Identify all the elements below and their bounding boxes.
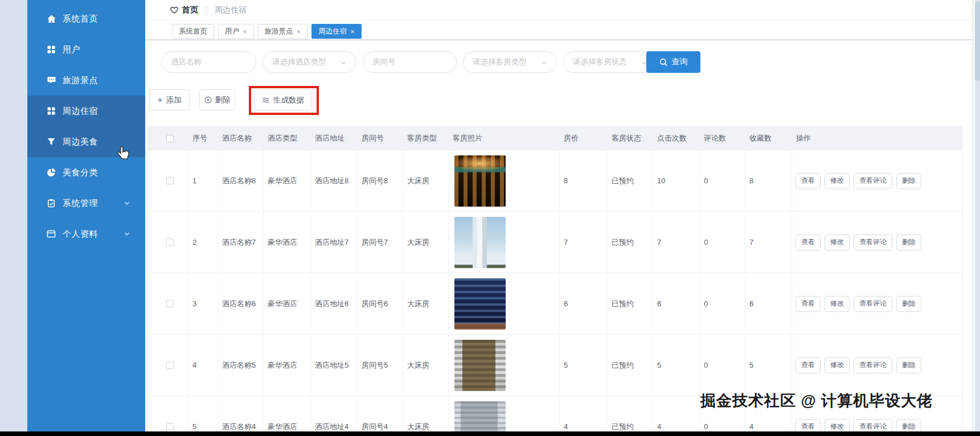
- generate-data-button[interactable]: 生成数据: [255, 89, 311, 110]
- cell-photo: [449, 335, 560, 396]
- header-cell-操作: 操作: [792, 127, 963, 150]
- row-action-查看[interactable]: 查看: [796, 357, 821, 373]
- chevron-down-icon: [123, 230, 131, 238]
- heart-icon: [170, 6, 179, 14]
- row-action-删除[interactable]: 删除: [896, 357, 921, 373]
- tab-label: 系统首页: [179, 27, 207, 36]
- cell-type: 豪华酒店: [264, 273, 311, 334]
- delete-button-label: 删除: [215, 95, 231, 105]
- table-row: 3酒店名称6豪华酒店酒店地址6房间号6大床房6已预约606查看修改查看评论删除: [148, 273, 962, 335]
- row-action-查看[interactable]: 查看: [796, 296, 821, 312]
- row-action-查看[interactable]: 查看: [796, 173, 821, 189]
- cell-status: 已预约: [608, 150, 653, 211]
- vertical-scrollbar[interactable]: [975, 0, 980, 436]
- tab-周边住宿[interactable]: 周边住宿×: [311, 24, 362, 39]
- placeholder-text: 请选择客房类型: [473, 57, 527, 67]
- sidebar-item-label: 周边美食: [63, 137, 98, 147]
- tab-label: 周边住宿: [318, 27, 347, 36]
- sidebar-item-个人资料[interactable]: 个人资料: [27, 219, 145, 249]
- cell-photo: [449, 212, 560, 273]
- filter-input-房间号[interactable]: 房间号: [363, 51, 457, 73]
- grid-icon: [47, 45, 56, 55]
- cell-comments: 0: [700, 273, 745, 334]
- row-action-修改[interactable]: 修改: [825, 357, 850, 373]
- cell-type: 豪华酒店: [264, 212, 311, 273]
- header-cell-客房照片: 客房照片: [449, 127, 560, 150]
- row-action-删除[interactable]: 删除: [896, 235, 921, 250]
- filter-select-请选择客房状态[interactable]: 请选择客房状态: [563, 51, 657, 73]
- sidebar-item-周边住宿[interactable]: 周边住宿: [27, 96, 145, 126]
- header-cell-酒店地址: 酒店地址: [311, 127, 358, 150]
- sidebar-item-系统首页[interactable]: 系统首页: [27, 3, 145, 34]
- row-action-删除[interactable]: 删除: [896, 173, 921, 189]
- sidebar-item-用户[interactable]: 用户: [27, 34, 145, 65]
- delete-button[interactable]: 删除: [199, 89, 235, 110]
- row-action-查看评论[interactable]: 查看评论: [854, 173, 892, 189]
- table-row: 1酒店名称8豪华酒店酒店地址8房间号8大床房8已预约1008查看修改查看评论删除: [148, 150, 962, 212]
- cell-clicks: 5: [653, 335, 700, 396]
- header-cell-房间号: 房间号: [358, 127, 403, 150]
- placeholder-text: 请选择酒店类型: [272, 57, 326, 67]
- add-button-label: 添加: [166, 95, 182, 105]
- cell-actions: 查看修改查看评论删除: [792, 150, 963, 211]
- filter-select-请选择酒店类型[interactable]: 请选择酒店类型: [263, 51, 356, 73]
- row-action-查看[interactable]: 查看: [796, 235, 821, 250]
- cell-checkbox: [148, 273, 188, 334]
- sidebar-item-美食分类[interactable]: 美食分类: [27, 157, 145, 188]
- tab-bar: 系统首页用户×旅游景点×周边住宿×: [145, 20, 973, 39]
- row-checkbox[interactable]: [166, 361, 174, 369]
- row-action-修改[interactable]: 修改: [825, 173, 850, 189]
- search-button[interactable]: 查询: [646, 51, 700, 73]
- row-action-查看评论[interactable]: 查看评论: [854, 235, 892, 250]
- row-action-修改[interactable]: 修改: [825, 296, 850, 312]
- cell-name: 酒店名称6: [218, 273, 264, 334]
- filter-input-酒店名称[interactable]: 酒店名称: [161, 51, 256, 73]
- tab-系统首页[interactable]: 系统首页: [172, 24, 214, 39]
- sidebar-item-系统管理[interactable]: 系统管理: [27, 188, 145, 219]
- chevron-down-icon: [123, 199, 131, 207]
- delete-circle-icon: [204, 96, 212, 104]
- header-cell-评论数: 评论数: [700, 127, 745, 150]
- cell-price: 8: [560, 150, 608, 211]
- row-action-查看评论[interactable]: 查看评论: [854, 296, 892, 312]
- content-right-border: [973, 0, 973, 431]
- cell-clicks: 10: [653, 150, 700, 211]
- cell-favs: 6: [745, 273, 792, 334]
- tab-close-icon[interactable]: ×: [297, 28, 301, 35]
- sidebar-item-周边美食[interactable]: 周边美食: [27, 126, 145, 157]
- row-action-查看评论[interactable]: 查看评论: [854, 357, 892, 373]
- cell-no: 1: [188, 150, 218, 211]
- select-all-checkbox[interactable]: [166, 135, 174, 142]
- pie-icon: [47, 168, 56, 178]
- chevron-down-icon: [341, 59, 347, 65]
- cell-favs: 7: [745, 212, 792, 273]
- row-checkbox[interactable]: [166, 423, 174, 430]
- row-action-修改[interactable]: 修改: [825, 235, 850, 250]
- home-icon: [47, 14, 56, 24]
- tab-用户[interactable]: 用户×: [218, 24, 254, 39]
- row-checkbox[interactable]: [166, 300, 174, 307]
- cell-no: 4: [188, 335, 218, 396]
- header-cell-房价: 房价: [560, 127, 608, 150]
- layers-icon: [262, 96, 270, 104]
- cell-comments: 0: [700, 335, 745, 396]
- cell-name: 酒店名称4: [218, 396, 264, 436]
- app-window: 系统首页用户旅游景点周边住宿周边美食美食分类系统管理个人资料 首页 周边住宿 系…: [0, 0, 980, 436]
- grid-icon: [47, 106, 56, 116]
- row-checkbox[interactable]: [166, 238, 174, 246]
- row-checkbox[interactable]: [166, 177, 174, 184]
- tab-close-icon[interactable]: ×: [350, 28, 355, 35]
- filter-select-请选择客房类型[interactable]: 请选择客房类型: [463, 51, 557, 73]
- cell-photo: [449, 396, 560, 436]
- breadcrumb-home[interactable]: 首页: [170, 5, 198, 15]
- add-button[interactable]: + 添加: [149, 89, 190, 110]
- sidebar-item-旅游景点[interactable]: 旅游景点: [27, 65, 145, 96]
- scrollbar-thumb[interactable]: [975, 1, 980, 81]
- tab-旅游景点[interactable]: 旅游景点×: [258, 24, 308, 39]
- tab-close-icon[interactable]: ×: [243, 28, 247, 35]
- cell-photo: [449, 273, 560, 334]
- filter-bar: 酒店名称请选择酒店类型房间号请选择客房类型请选择客房状态: [161, 51, 657, 73]
- cell-no: 3: [188, 273, 218, 334]
- row-action-删除[interactable]: 删除: [896, 296, 921, 312]
- cell-address: 酒店地址7: [311, 212, 358, 273]
